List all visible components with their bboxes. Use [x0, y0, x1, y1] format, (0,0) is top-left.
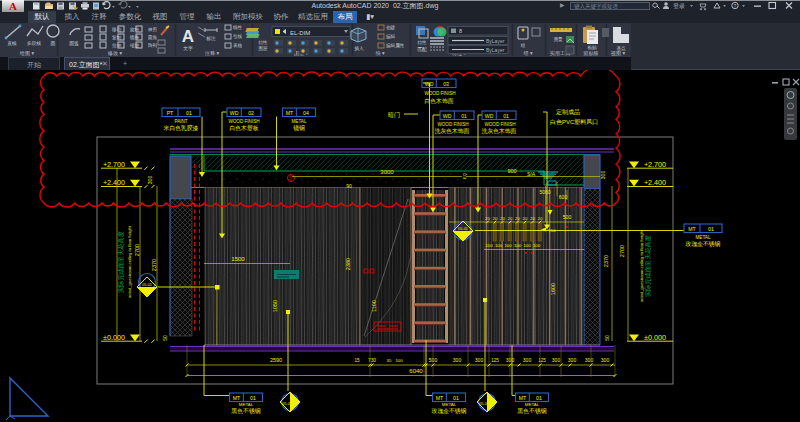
svg-text:±0.000: ±0.000: [644, 333, 666, 342]
svg-text:修剪: 修剪: [147, 27, 158, 33]
svg-text:20: 20: [530, 216, 535, 221]
svg-text:编辑: 编辑: [386, 34, 396, 39]
svg-text:METAL: METAL: [442, 402, 457, 407]
svg-text:100: 100: [533, 243, 541, 248]
svg-text:WD: WD: [443, 113, 452, 119]
svg-text:拉伸: 拉伸: [112, 43, 122, 48]
svg-text:01: 01: [186, 110, 192, 116]
svg-text:300: 300: [147, 176, 153, 185]
svg-text:1500: 1500: [231, 256, 245, 262]
svg-text:20: 20: [500, 216, 505, 221]
svg-text:500: 500: [563, 214, 572, 220]
svg-text:MT: MT: [436, 395, 444, 401]
svg-text:镜钢: 镜钢: [292, 124, 305, 132]
svg-text:剪贴板: 剪贴板: [583, 50, 599, 57]
svg-text:300: 300: [568, 357, 577, 363]
svg-text:600: 600: [559, 194, 568, 200]
svg-text:02: 02: [248, 110, 254, 116]
svg-text:引线: 引线: [233, 34, 243, 40]
svg-text:05-01: 05-01: [282, 402, 292, 406]
svg-text:730: 730: [368, 358, 376, 363]
svg-text:15: 15: [354, 358, 360, 363]
svg-text:04: 04: [303, 110, 309, 116]
svg-text:实际完成面至天花高度: 实际完成面至天花高度: [644, 235, 652, 297]
svg-text:300: 300: [523, 357, 532, 363]
svg-text:注释 ▾: 注释 ▾: [205, 50, 220, 56]
svg-text:标注: 标注: [205, 35, 216, 42]
svg-text:1100: 1100: [371, 300, 377, 312]
svg-text:玫瑰金不锈钢: 玫瑰金不锈钢: [432, 407, 467, 415]
svg-text:ByLayer: ByLayer: [486, 38, 505, 44]
svg-text:圆: 圆: [51, 41, 56, 46]
svg-text:50: 50: [162, 335, 168, 341]
svg-text:缩放: 缩放: [130, 42, 140, 49]
svg-text:300: 300: [453, 357, 462, 363]
svg-text:50: 50: [604, 335, 610, 341]
svg-text:+2.400: +2.400: [103, 178, 125, 187]
svg-text:125: 125: [538, 358, 546, 363]
svg-text:PAINT: PAINT: [174, 119, 187, 124]
svg-text:300: 300: [475, 357, 484, 363]
svg-text:+2.700: +2.700: [644, 160, 666, 169]
svg-text:300: 300: [585, 357, 594, 363]
svg-text:圆弧: 圆弧: [69, 41, 79, 46]
svg-text:圆角: 圆角: [148, 35, 157, 41]
svg-text:基点: 基点: [616, 46, 626, 51]
svg-text:20: 20: [523, 216, 528, 221]
svg-text:100: 100: [495, 243, 503, 248]
svg-text:900: 900: [507, 168, 516, 174]
svg-text:登录: 登录: [673, 2, 685, 10]
svg-text:EL-DIM: EL-DIM: [290, 30, 310, 36]
svg-text:绘图 ▾: 绘图 ▾: [20, 50, 35, 56]
svg-text:90: 90: [346, 183, 352, 189]
svg-text:01: 01: [708, 226, 714, 232]
svg-text:05-01: 05-01: [142, 283, 152, 287]
svg-text:组: 组: [521, 43, 526, 48]
svg-text:2700: 2700: [619, 245, 625, 257]
svg-text:300: 300: [552, 357, 561, 363]
svg-text:实际完成面至天花高度: 实际完成面至天花高度: [117, 231, 125, 293]
svg-text:块 ▾: 块 ▾: [375, 50, 385, 56]
svg-text:镜像: 镜像: [129, 34, 140, 41]
svg-text:洗灰色木饰面: 洗灰色木饰面: [435, 127, 470, 135]
svg-text:100: 100: [504, 243, 512, 248]
svg-text:20: 20: [485, 216, 490, 221]
svg-text:35: 35: [387, 358, 392, 363]
svg-text:WD: WD: [485, 113, 494, 119]
svg-text:?: ?: [734, 3, 737, 9]
svg-text:测量: 测量: [553, 36, 563, 42]
svg-text:米白色乳胶漆: 米白色乳胶漆: [164, 124, 199, 132]
svg-text:100: 100: [395, 358, 403, 363]
svg-text:A: A: [182, 27, 194, 46]
svg-text:20: 20: [538, 216, 543, 221]
svg-text:03: 03: [443, 81, 449, 87]
svg-text:MT: MT: [233, 395, 241, 401]
svg-text:100: 100: [514, 243, 522, 248]
svg-text:01: 01: [453, 395, 459, 401]
svg-text:1050: 1050: [272, 300, 278, 312]
svg-text:20: 20: [508, 216, 513, 221]
svg-text:白色木塑板: 白色木塑板: [230, 124, 259, 132]
svg-text:白色木饰面: 白色木饰面: [425, 97, 454, 105]
svg-text:图层: 图层: [258, 46, 268, 52]
svg-text:METAL: METAL: [239, 402, 254, 407]
svg-text:白色PVC塑料风口: 白色PVC塑料风口: [550, 118, 598, 126]
svg-text:洗灰色木饰面: 洗灰色木饰面: [482, 127, 517, 135]
svg-text:05-01: 05-01: [479, 402, 489, 406]
svg-text:特性: 特性: [417, 40, 427, 46]
svg-text:01: 01: [250, 395, 256, 401]
svg-text:黑色不锈钢: 黑色不锈钢: [231, 407, 261, 415]
svg-text:表格: 表格: [233, 43, 243, 49]
svg-text:01: 01: [461, 113, 467, 119]
svg-text:+2.400: +2.400: [644, 178, 666, 187]
svg-text:编辑属性: 编辑属性: [386, 43, 405, 48]
svg-text:WOOD FINISH: WOOD FINISH: [484, 122, 515, 127]
svg-text:玫瑰金不锈钢: 玫瑰金不锈钢: [686, 240, 721, 248]
svg-text:线性: 线性: [232, 25, 243, 30]
svg-text:METAL: METAL: [292, 119, 307, 124]
svg-text:ByLayer: ByLayer: [486, 47, 505, 53]
svg-text:多段线: 多段线: [27, 41, 42, 46]
svg-text:20: 20: [515, 216, 520, 221]
svg-text:01: 01: [503, 113, 509, 119]
svg-text:匹配: 匹配: [417, 47, 427, 53]
